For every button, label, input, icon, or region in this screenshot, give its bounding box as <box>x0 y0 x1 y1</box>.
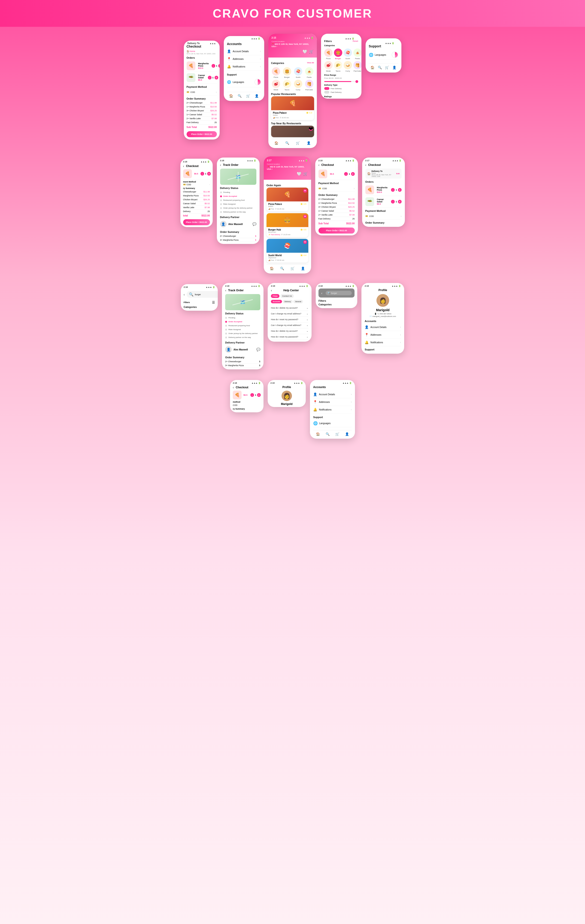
cr-chevron[interactable]: › <box>354 187 355 190</box>
tab-home-2[interactable]: 🏠 <box>274 141 278 145</box>
cbl-qty[interactable]: - 1 + <box>250 391 261 399</box>
af-languages[interactable]: 🌐 Languages <box>313 419 352 427</box>
oa-cart-icon[interactable]: 🛒 <box>303 172 308 176</box>
cat-burger[interactable]: 🍔 Burger <box>282 67 292 78</box>
rest-pizza-palace[interactable]: 🍕 Pizza Palace ⭐ 4.3 Italian 🚚 Free ⏱ 30… <box>271 96 314 120</box>
contact-tab[interactable]: Contact Us <box>280 294 294 298</box>
payment-chevron[interactable]: › <box>216 91 217 94</box>
faq-5[interactable]: How do I delete my account? ⌄ <box>271 328 308 334</box>
plus-track2-pizza[interactable]: + <box>398 188 402 192</box>
general-subtab[interactable]: General <box>293 300 303 303</box>
cart-header-icon[interactable]: 🛒 <box>309 50 314 54</box>
faq-6[interactable]: How do I reset my password? ⌄ <box>271 334 308 340</box>
profile-account-details[interactable]: 👤 Account Details › <box>365 323 401 331</box>
af-tab-cart[interactable]: 🛒 <box>335 432 339 436</box>
profile-addresses[interactable]: 📍 Addresses › <box>365 331 401 339</box>
filter-cat-steak[interactable]: 🥩 Steak <box>324 61 333 72</box>
rest-nearby[interactable]: ❤ <box>271 125 314 137</box>
af-addresses[interactable]: 📍 Addresses › <box>313 398 352 406</box>
back-arrow-cr[interactable]: ‹ <box>318 163 320 167</box>
oa-rest-sushi[interactable]: 🍣 ❤ Sushi World ⭐ 4.4 Japanese 🚚 Free ⏱ … <box>267 239 308 262</box>
place-btn-cr[interactable]: Place Order • $522.00 <box>318 228 355 234</box>
qty-ctrl-sm[interactable]: - 1 + <box>201 172 211 176</box>
faq-2[interactable]: Can I change my email address? ⌄ <box>271 311 308 317</box>
oa-tab-profile[interactable]: 👤 <box>301 267 305 270</box>
minus-cbl[interactable]: - <box>250 393 254 397</box>
plus-btn-salad[interactable]: + <box>214 76 218 79</box>
tab-home-icon[interactable]: 🏠 <box>229 94 233 98</box>
minus-btn[interactable]: - <box>211 64 215 68</box>
account-item-details[interactable]: 👤 Account Details › <box>227 48 261 55</box>
af-notifications[interactable]: 🔔 Notifications › <box>313 406 352 414</box>
qty-ctrl-cr[interactable]: - 1 + <box>344 172 354 176</box>
back-arrow-track[interactable]: ‹ <box>220 163 221 167</box>
faq-3[interactable]: How do I reset my password? ⌄ <box>271 317 308 322</box>
search2-inner-bar[interactable]: 🔍 burger <box>326 291 352 295</box>
plus-btn[interactable]: + <box>218 64 220 68</box>
back-arrow-checkout-sm[interactable]: ‹ <box>183 164 184 168</box>
af-tab-home[interactable]: 🏠 <box>316 432 320 436</box>
cat-steak[interactable]: 🥩 Steak <box>271 80 281 91</box>
minus-track2-salad[interactable]: - <box>391 200 395 203</box>
support-tab-cart[interactable]: 🛒 <box>385 66 389 69</box>
accounts-subtab[interactable]: Accounts <box>271 300 282 303</box>
af-account-details[interactable]: 👤 Account Details › <box>313 391 352 398</box>
af-tab-search[interactable]: 🔍 <box>326 432 330 436</box>
support-item-languages[interactable]: 🌐 Languages <box>227 77 261 87</box>
cat-pizza[interactable]: 🍕 Pizza <box>271 67 281 78</box>
support-tab-home[interactable]: 🏠 <box>371 66 374 69</box>
cat-curry[interactable]: 🍛 Curry <box>293 80 303 91</box>
delivery-subtab[interactable]: Delivery <box>283 300 293 303</box>
edit-btn[interactable]: Edit <box>396 173 400 175</box>
filter-cat-curry[interactable]: 🍛 Curry <box>344 61 352 72</box>
filter-cat-pizza[interactable]: 🍕 Pizza <box>324 48 333 59</box>
plus-cr[interactable]: + <box>351 172 355 176</box>
cat-sushi[interactable]: 🍣 Sushi <box>293 67 303 78</box>
tab-search-2[interactable]: 🔍 <box>285 141 289 145</box>
place-order-btn[interactable]: Place Order • $522.00 <box>186 131 217 137</box>
minus-cr[interactable]: - <box>344 172 348 176</box>
qty-ctrl-salad[interactable]: - 1 + <box>208 76 218 79</box>
plus-track2-salad[interactable]: + <box>398 200 402 203</box>
tab-cart-icon[interactable]: 🛒 <box>246 94 250 98</box>
cat-tacos[interactable]: 🌮 Tacos <box>282 80 292 91</box>
price-range-slider[interactable] <box>324 81 358 82</box>
minus-track2-pizza[interactable]: - <box>391 188 395 192</box>
oa-tab-search[interactable]: 🔍 <box>280 267 284 270</box>
plus-cbl[interactable]: + <box>257 393 261 397</box>
view-all-btn[interactable]: View All <box>307 62 314 64</box>
support-tab-profile[interactable]: 👤 <box>392 66 396 69</box>
tab-cart-2[interactable]: 🛒 <box>296 141 300 145</box>
profile-notifications[interactable]: 🔔 Notifications › <box>365 339 401 346</box>
account-item-addresses[interactable]: 📍 Addresses › <box>227 55 261 63</box>
oa-tab-home[interactable]: 🏠 <box>270 267 274 270</box>
place-btn-sm[interactable]: Place Order • $522.00 <box>183 219 210 225</box>
qty-ctrl-track2-salad[interactable]: - 1 + <box>391 200 401 203</box>
free-delivery-switch[interactable] <box>324 87 330 90</box>
track2-chevron[interactable]: › <box>401 214 402 218</box>
cat-pancake[interactable]: 🥞 PanCake <box>305 80 314 91</box>
minus-btn-salad[interactable]: - <box>208 76 211 79</box>
cat-pasta[interactable]: 🍝 Pasta <box>305 67 314 78</box>
back-arrow-search1[interactable]: ‹ <box>184 293 185 296</box>
heart-icon[interactable]: 🤍 <box>303 50 307 54</box>
tab-profile-2[interactable]: 👤 <box>307 141 311 145</box>
back-arrow-track2[interactable]: ‹ <box>365 163 366 167</box>
back-arrow-help[interactable]: ‹ <box>271 289 272 292</box>
search1-bar[interactable]: 🔍 <box>186 291 218 298</box>
qty-ctrl-pizza[interactable]: - 1 + <box>211 64 220 68</box>
tab-profile-icon[interactable]: 👤 <box>255 94 259 98</box>
oa-rest-pizza[interactable]: 🍕 ❤ Pizza Palace ⭐ 4.5 Italian 🚚 Free ⏱ … <box>267 188 308 211</box>
filters-reset[interactable]: Reset <box>353 40 358 42</box>
faq-4[interactable]: Can I change my email address? ⌄ <box>271 322 308 328</box>
back-arrow-cbl[interactable]: ‹ <box>233 386 234 389</box>
faqs-tab[interactable]: FAQs <box>271 294 279 298</box>
oa-tab-cart[interactable]: 🛒 <box>290 267 295 270</box>
faq-1[interactable]: How do I delete my account? ⌄ <box>271 305 308 311</box>
oa-heart-icon[interactable]: 🤍 <box>297 172 302 176</box>
oa-rest-burger[interactable]: 🍔 ❤ Burger Hub ⭐ 4.5 American ⚡ Fast Del… <box>267 213 308 237</box>
account-item-notifications[interactable]: 🔔 Notifications › <box>227 63 261 71</box>
plus-sm[interactable]: + <box>207 172 211 176</box>
filter-cat-sushi[interactable]: 🍣 Sushi <box>344 48 352 59</box>
support-languages[interactable]: 🌐 Languages <box>369 50 398 60</box>
